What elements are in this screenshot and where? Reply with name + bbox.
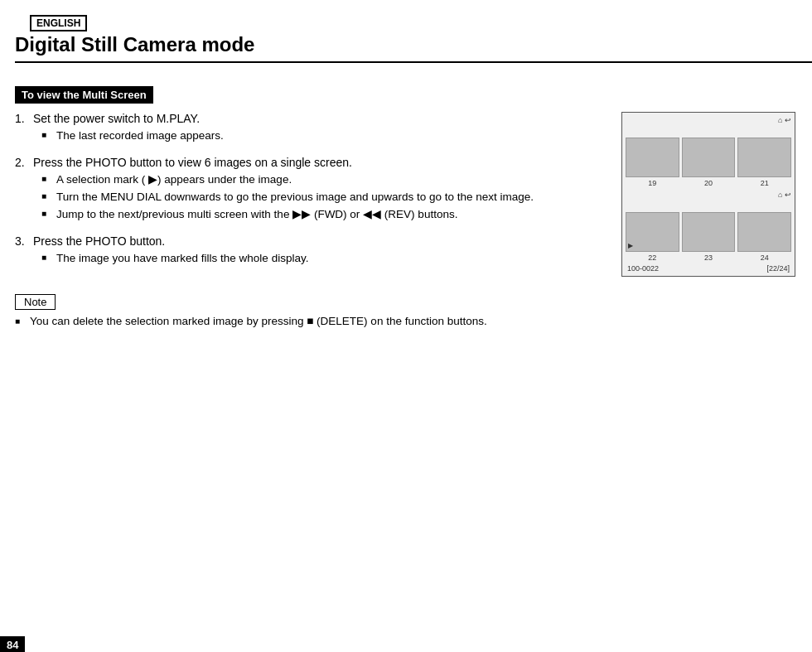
num-22: 22 (626, 254, 679, 262)
display-top-icons-row2: ⌂ ↩ (626, 191, 791, 199)
num-19: 19 (626, 179, 679, 187)
bullet-text: Turn the MENU DIAL downwards to go the p… (56, 190, 534, 205)
play-marker: ▶ (628, 242, 633, 249)
thumbnail-grid-row1 (626, 138, 791, 177)
thumb-22: ▶ (626, 212, 679, 252)
bullet-item: ■ Jump to the next/previous multi screen… (41, 207, 605, 223)
display-footer: 100-0022 [22/24] (626, 264, 791, 273)
bullet-icon: ■ (41, 253, 53, 262)
bullet-item: ■ Turn the MENU DIAL downwards to go the… (41, 190, 605, 205)
thumb-23 (682, 212, 736, 252)
bullet-text: A selection mark ( ▶) appears under the … (56, 172, 292, 188)
camera-display-diagram: ⌂ ↩ 19 20 21 ⌂ ↩ (621, 112, 795, 277)
thumb-24 (737, 212, 791, 252)
bullet-item: ■ The image you have marked fills the wh… (41, 251, 605, 267)
thumb-20 (682, 138, 736, 177)
bullet-item: ■ The last recorded image appears. (41, 128, 605, 144)
bullet-text: The image you have marked fills the whol… (56, 251, 308, 267)
thumbnail-grid-row2: ▶ (626, 212, 791, 252)
step-2-text: Press the PHOTO button to view 6 images … (33, 156, 352, 169)
step-1: 1. Set the power switch to M.PLAY. ■ The… (15, 112, 605, 144)
note-section: Note ■ You can delete the selection mark… (0, 294, 812, 327)
note-text: You can delete the selection marked imag… (30, 315, 487, 327)
step-3: 3. Press the PHOTO button. ■ The image y… (15, 234, 605, 267)
step-2: 2. Press the PHOTO button to view 6 imag… (15, 156, 605, 223)
num-24: 24 (737, 254, 791, 262)
bullet-item: ■ A selection mark ( ▶) appears under th… (41, 172, 605, 188)
num-23: 23 (682, 254, 736, 262)
bullet-icon: ■ (41, 130, 53, 139)
page-title: Digital Still Camera mode (15, 33, 812, 63)
step-3-number: 3. (15, 234, 33, 248)
text-content: 1. Set the power switch to M.PLAY. ■ The… (0, 112, 621, 278)
bullet-icon: ■ (41, 174, 53, 183)
file-code: 100-0022 (627, 264, 659, 273)
bullet-text: Jump to the next/previous multi screen w… (56, 207, 457, 223)
page-number: 84 (0, 636, 25, 652)
thumb-21 (737, 138, 791, 177)
step-1-number: 1. (15, 112, 33, 125)
bullet-icon: ■ (41, 191, 53, 200)
note-item: ■ You can delete the selection marked im… (15, 315, 812, 327)
page-container: ENGLISH Digital Still Camera mode To vie… (0, 8, 812, 652)
display-frame: ⌂ ↩ 19 20 21 ⌂ ↩ (621, 112, 795, 277)
top-icon-group2: ⌂ ↩ (778, 191, 791, 199)
language-badge: ENGLISH (30, 15, 87, 31)
bullet-text: The last recorded image appears. (56, 128, 224, 144)
top-icon-group1: ⌂ ↩ (778, 116, 791, 124)
display-top-icons-row1: ⌂ ↩ (626, 116, 791, 124)
row2-numbers: 22 23 24 (626, 254, 791, 262)
note-bullet-icon: ■ (15, 316, 27, 326)
section-header: To view the Multi Screen (15, 86, 153, 104)
step-2-number: 2. (15, 156, 33, 169)
num-20: 20 (682, 179, 736, 187)
step-3-bullets: ■ The image you have marked fills the wh… (41, 251, 605, 267)
note-label: Note (15, 294, 56, 310)
num-21: 21 (737, 179, 791, 187)
bullet-icon: ■ (41, 209, 53, 218)
row1-numbers: 19 20 21 (626, 179, 791, 187)
step-1-bullets: ■ The last recorded image appears. (41, 128, 605, 144)
step-1-text: Set the power switch to M.PLAY. (33, 112, 200, 125)
thumb-19 (626, 138, 679, 177)
step-3-text: Press the PHOTO button. (33, 234, 165, 248)
step-2-bullets: ■ A selection mark ( ▶) appears under th… (41, 172, 605, 223)
image-count: [22/24] (766, 264, 790, 273)
